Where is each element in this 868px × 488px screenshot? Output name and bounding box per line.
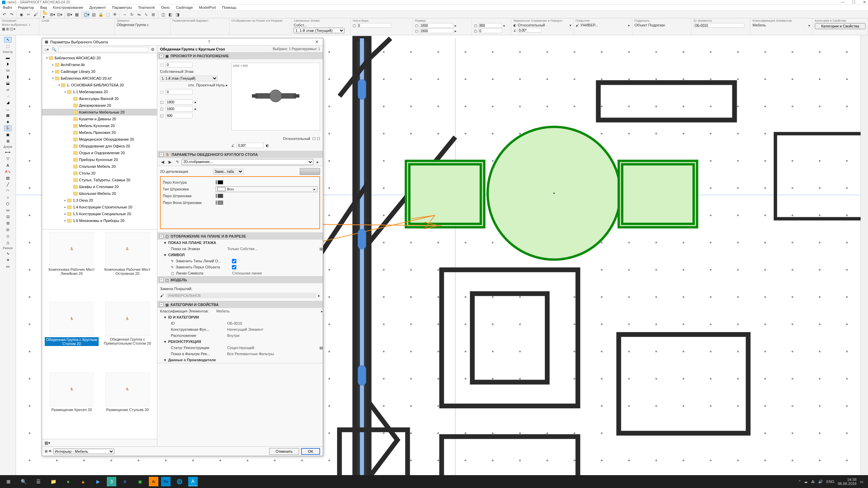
nav-back[interactable]: ◀ [159,159,165,165]
pen-contour-picker[interactable] [216,180,223,184]
lib-settings-button[interactable]: ⚙ [150,46,156,53]
tree-item[interactable]: Стулья, Табуреты, Скамьи 20 [42,177,157,183]
grid2-button[interactable]: ▦ [74,12,80,18]
section-model-header[interactable]: −⬚ МОДЕЛЬ [157,277,323,283]
library-tree[interactable]: ▾Библиотека ARCHICAD 20▸ArchiFrame.lib▸C… [42,53,157,229]
hatch-type-picker[interactable]: Фон▸ [216,186,317,192]
array-button[interactable]: ⊞ [150,12,156,18]
tree-item[interactable]: Медицинское Оборудование 20 [42,136,157,143]
ok-button[interactable]: OK [301,448,320,455]
maximize-button[interactable]: ☐ [852,0,855,4]
object-tool[interactable]: 🪑 [4,125,12,131]
sym2-check[interactable] [232,265,236,269]
tree-item[interactable]: ▾Библиотека ARCHICAD 20 [42,55,157,61]
opt3-button[interactable]: ◨ [174,12,180,18]
morph-tool[interactable]: ◈ [4,119,12,125]
library-gallery[interactable]: 🪑Компоновка Рабочих Мест Линейная 20🪑Ком… [42,229,157,439]
tree-item[interactable]: ▾1.1 Мебелировка 20 [42,88,157,95]
menu-teamwork[interactable]: Teamwork [138,5,155,10]
recon-status-value[interactable]: Существующий [227,346,317,350]
tree-item[interactable]: ▸1.5 Конструкции Специальные 20 [42,210,157,217]
poly-tool[interactable]: ⬡ [4,201,12,207]
tree-item[interactable]: Комплекты Мебельные 20 [42,109,157,116]
lock-button[interactable]: 🔒 [98,12,104,18]
tree-item[interactable]: ▾1. ОСНОВНАЯ БИБЛИОТЕКА 20 [42,82,157,88]
tree-item[interactable]: ▸1.3 Окна 20 [42,197,157,204]
align-button[interactable]: ⊞▾ [50,12,56,18]
edge-icon[interactable]: e [118,476,132,487]
cat-constr-value[interactable]: Ненесущий Элемент [227,327,323,331]
h-input[interactable] [165,113,193,118]
fill-tool[interactable]: ▨ [4,175,12,181]
sym3-value[interactable]: Сплошная линия [232,271,323,275]
tree-item[interactable]: ▸1.4 Конструкции Строительные 20 [42,204,157,210]
search-button[interactable]: 🔍 [16,476,31,487]
info-id-input[interactable] [693,23,744,28]
close-button[interactable]: ✕ [863,0,866,4]
figure-tool[interactable]: ▭ [4,264,12,269]
tray-up-icon[interactable]: ^ [799,480,801,484]
arrow-tool[interactable]: ↖ [4,37,12,43]
pen-hatch-picker[interactable] [216,194,223,198]
view-button[interactable]: 👁 [112,12,118,18]
minimize-button[interactable]: — [841,0,845,4]
right-scrollbar[interactable] [861,35,868,481]
gallery-item[interactable]: 🪑Размещение Стульев 20 [101,372,155,436]
archicad-taskbar-icon[interactable]: A [188,477,198,486]
tray-lang[interactable]: ENG [826,480,834,484]
layer-select[interactable]: Интерьер - Мебель [53,449,114,454]
box-button[interactable]: ▢▾ [83,12,90,18]
tree-item[interactable]: Столы 20 [42,170,157,177]
line-tool[interactable]: ╱ [4,182,12,187]
tree-item[interactable]: Шкафы и Стеллажи 20 [42,183,157,190]
info-size-c[interactable] [478,23,502,28]
recon-filter-value[interactable]: Все Релевантные Фильтры [227,352,323,356]
cover-value[interactable]: УНИВЕРСАЛЬНОЕ [166,293,316,298]
dialog-titlebar[interactable]: ▦ Параметры Выбранного Объекта ? ✕ [42,38,323,46]
app-play-icon[interactable]: ▶ [91,476,105,487]
tray-net-icon[interactable]: 🖧 [811,480,815,484]
detail-tool[interactable]: ◎ [4,227,12,232]
gallery-item[interactable]: 🪑Размещение Кресел 20 [45,372,99,436]
app-green2-icon[interactable]: ◉ [133,476,147,487]
gallery-view-button[interactable]: ▦▾ [44,440,50,446]
nav-up[interactable]: ↰ [174,159,180,165]
floors-value[interactable]: Только Собстве... [227,247,317,251]
detail-select[interactable]: Завис...таба [213,169,243,175]
roof-tool[interactable]: ◢ [4,100,12,105]
section-preview-header[interactable]: −▣ ПРОСМОТР И РАСПОЛОЖЕНИЕ [157,53,323,59]
elev-tool[interactable]: ⊟ [4,220,12,226]
info-size-a[interactable] [419,23,453,28]
app-3-icon[interactable]: 3 [107,477,116,486]
tree-item[interactable]: Кушетки и Диваны 20 [42,116,157,122]
menu-файл[interactable]: Файл [3,5,12,10]
explorer-icon[interactable]: 📁 [46,476,60,487]
section-display-header[interactable]: −▢ ОТОБРАЖЕНИЕ НА ПЛАНЕ И В РАЗРЕЗЕ [157,233,323,240]
section-categories-header[interactable]: −▤ КАТЕГОРИИ И СВОЙСТВА [157,301,323,308]
info-class-value[interactable]: Мебель [752,23,807,27]
menu-помощь[interactable]: Помощь [222,5,237,10]
gallery-item[interactable]: 🪑Компоновка Рабочих Мест Линейная 20 [45,232,99,300]
pick-button[interactable]: ◉ [18,12,24,18]
undo-button[interactable]: ↶ [1,12,7,18]
tree-item[interactable]: Отдых и Оздоровление 20 [42,149,157,156]
tree-item[interactable]: Приборы Кухонные 20 [42,156,157,163]
tree-item[interactable]: ▸Cadimage Library 20 [42,68,157,75]
chrome-icon[interactable]: 🌐 [172,476,186,487]
nav-more[interactable]: ▸ [315,159,321,165]
param-nav-select[interactable]: 2D-отображение... [182,159,313,165]
tree-item[interactable]: Спальная Мебель 20 [42,163,157,170]
menu-документ[interactable]: Документ [90,5,106,10]
info-mirror-angle[interactable] [518,28,541,33]
dialog-help-button[interactable]: ? [208,40,210,44]
scale-button[interactable]: ⤡ [143,12,149,18]
info-size-b[interactable] [419,28,453,33]
shell-tool[interactable]: ◡ [4,106,12,112]
opt1-button[interactable]: ◫ [160,12,166,18]
elev-input[interactable] [165,62,193,67]
lib-home-button[interactable]: ⌂▾ [43,46,50,53]
sym1-check[interactable] [232,259,236,263]
3d-button[interactable]: ⬚ [105,12,111,18]
app-orange-icon[interactable]: ▲ [76,476,90,487]
grid-button[interactable]: ⊞▾ [66,12,73,18]
